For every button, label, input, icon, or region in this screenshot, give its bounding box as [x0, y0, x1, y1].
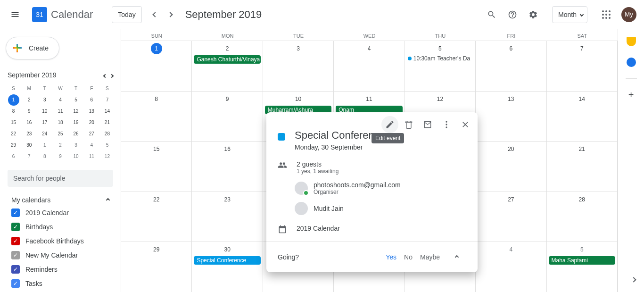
mini-day[interactable]: 8 — [6, 106, 21, 117]
day-cell[interactable]: 1 — [121, 41, 192, 91]
mini-day[interactable]: 1 — [8, 94, 19, 106]
mini-day[interactable]: 21 — [99, 117, 115, 128]
calendar-list-item[interactable]: ✓Reminders — [8, 262, 113, 276]
day-cell[interactable]: 5Maha Saptami — [547, 242, 618, 292]
mini-day[interactable]: 2 — [52, 140, 68, 151]
day-cell[interactable]: 15 — [121, 142, 192, 192]
mini-day[interactable]: 14 — [99, 106, 115, 117]
my-calendars-toggle[interactable]: My calendars — [8, 194, 113, 206]
next-period-button[interactable] — [163, 7, 178, 22]
mini-day[interactable]: 9 — [52, 151, 68, 162]
calendar-checkbox[interactable]: ✓ — [11, 209, 20, 217]
delete-event-button[interactable] — [400, 116, 417, 133]
mini-day[interactable]: 7 — [99, 94, 115, 106]
mini-next-button[interactable] — [110, 71, 113, 79]
calendar-list-item[interactable]: ✓2019 Calendar — [8, 206, 113, 220]
mini-day[interactable]: 4 — [52, 94, 68, 106]
event-chip[interactable]: Ganesh Chaturthi/Vinaya — [194, 55, 260, 64]
day-cell[interactable]: 27 — [476, 192, 546, 242]
rsvp-no-button[interactable]: No — [400, 251, 416, 263]
day-cell[interactable]: 3 — [263, 41, 334, 91]
search-icon[interactable] — [482, 5, 501, 24]
mini-day[interactable]: 2 — [21, 94, 37, 106]
event-options-button[interactable] — [438, 116, 455, 133]
day-cell[interactable]: 21 — [547, 142, 618, 192]
mini-day[interactable]: 3 — [68, 140, 84, 151]
mini-day[interactable]: 11 — [52, 106, 68, 117]
settings-icon[interactable] — [524, 5, 543, 24]
keep-icon[interactable] — [627, 37, 636, 46]
mini-day[interactable]: 17 — [37, 117, 52, 128]
rsvp-maybe-button[interactable]: Maybe — [416, 251, 444, 263]
mini-day[interactable]: 25 — [52, 128, 68, 140]
mini-day[interactable]: 6 — [6, 151, 21, 162]
day-cell[interactable]: 28 — [547, 192, 618, 242]
calendar-list-item[interactable]: ✓Facebook Birthdays — [8, 234, 113, 248]
mini-day[interactable]: 10 — [37, 106, 52, 117]
mini-day[interactable]: 9 — [21, 106, 37, 117]
event-chip[interactable]: 10:30amTeacher's Da — [407, 54, 473, 63]
mini-day[interactable]: 24 — [37, 128, 52, 140]
tasks-icon[interactable] — [627, 58, 636, 67]
rsvp-yes-button[interactable]: Yes — [382, 251, 400, 263]
mini-day[interactable]: 26 — [68, 128, 84, 140]
account-avatar[interactable]: My — [621, 7, 636, 22]
calendar-checkbox[interactable]: ✓ — [11, 265, 20, 274]
mini-day[interactable]: 23 — [21, 128, 37, 140]
calendar-checkbox[interactable]: ✓ — [11, 279, 20, 288]
mini-day[interactable]: 10 — [68, 151, 84, 162]
day-cell[interactable]: 7 — [547, 41, 618, 91]
mini-day[interactable]: 19 — [68, 117, 84, 128]
mini-day[interactable]: 3 — [37, 94, 52, 106]
mini-day[interactable]: 20 — [84, 117, 99, 128]
day-cell[interactable]: 30Special Conference — [192, 242, 263, 292]
close-popup-button[interactable] — [457, 116, 474, 133]
day-cell[interactable]: 4 — [334, 41, 405, 91]
day-cell[interactable]: 16 — [192, 142, 263, 192]
mini-day[interactable]: 5 — [68, 94, 84, 106]
mini-day[interactable]: 11 — [84, 151, 99, 162]
mini-day[interactable]: 13 — [84, 106, 99, 117]
mini-day[interactable]: 12 — [99, 151, 115, 162]
search-people-input[interactable]: Search for people — [8, 170, 113, 187]
mini-prev-button[interactable] — [104, 71, 107, 79]
calendar-checkbox[interactable]: ✓ — [11, 223, 20, 231]
day-cell[interactable]: 9 — [192, 92, 263, 142]
mini-day[interactable]: 30 — [21, 140, 37, 151]
day-cell[interactable]: 2Ganesh Chaturthi/Vinaya — [192, 41, 263, 91]
day-cell[interactable]: 29 — [121, 242, 192, 292]
mini-day[interactable]: 18 — [52, 117, 68, 128]
calendar-list-item[interactable]: ✓Tasks — [8, 276, 113, 291]
today-button[interactable]: Today — [112, 6, 141, 23]
expand-side-panel-button[interactable] — [625, 271, 642, 288]
guest-row[interactable]: photoshoots.com@gmail.comOrganiser — [295, 181, 466, 195]
mini-day[interactable]: 4 — [84, 140, 99, 151]
day-cell[interactable]: 23 — [192, 192, 263, 242]
day-cell[interactable]: 8 — [121, 92, 192, 142]
mini-day[interactable]: 5 — [99, 140, 115, 151]
main-menu-button[interactable] — [4, 3, 26, 26]
mini-day[interactable]: 7 — [21, 151, 37, 162]
mini-day[interactable]: 22 — [6, 128, 21, 140]
mini-day[interactable]: 16 — [21, 117, 37, 128]
email-guests-button[interactable] — [419, 116, 436, 133]
view-selector[interactable]: Month — [552, 6, 587, 23]
day-cell[interactable]: 4 — [476, 242, 546, 292]
google-apps-icon[interactable] — [597, 5, 616, 24]
day-cell[interactable]: 13 — [476, 92, 546, 142]
prev-period-button[interactable] — [148, 7, 163, 22]
create-button[interactable]: Create — [6, 37, 59, 59]
mini-day[interactable]: 12 — [68, 106, 84, 117]
mini-day[interactable]: 1 — [37, 140, 52, 151]
guest-row[interactable]: Mudit Jain — [295, 202, 466, 215]
add-addon-icon[interactable]: + — [627, 90, 636, 100]
calendar-list-item[interactable]: ✓New My Calendar — [8, 248, 113, 262]
event-chip[interactable]: Maha Saptami — [549, 256, 615, 265]
day-cell[interactable]: 22 — [121, 192, 192, 242]
mini-day[interactable]: 8 — [37, 151, 52, 162]
day-cell[interactable]: 6 — [476, 41, 546, 91]
event-chip[interactable]: Special Conference — [194, 256, 260, 265]
mini-day[interactable]: 15 — [6, 117, 21, 128]
calendar-checkbox[interactable]: ✓ — [11, 251, 20, 259]
mini-day[interactable]: 28 — [99, 128, 115, 140]
